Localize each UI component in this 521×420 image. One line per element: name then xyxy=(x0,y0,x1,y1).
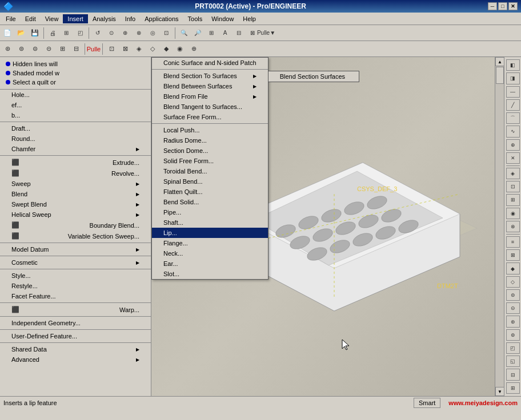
mi-independent[interactable]: Independent Geometry... xyxy=(0,318,151,328)
close-button[interactable]: ✕ xyxy=(508,2,518,10)
rt-btn14[interactable]: ≡ xyxy=(506,236,520,248)
rt-btn21[interactable]: ⊚ xyxy=(506,329,520,341)
tb2-icon14[interactable]: ⊕ xyxy=(187,43,200,55)
mi-ef[interactable]: ef... xyxy=(0,100,151,110)
sm-ear[interactable]: Ear... xyxy=(152,259,268,269)
rt-btn23[interactable]: ◱ xyxy=(506,356,520,367)
sm-flange[interactable]: Flange... xyxy=(152,238,268,248)
tb2-icon2[interactable]: ⊚ xyxy=(15,43,27,55)
rt-btn8[interactable]: ✕ xyxy=(506,152,520,164)
rt-btn7[interactable]: ⊕ xyxy=(506,139,520,151)
sm-blend-section[interactable]: Blend Section To Surfaces Blend Section … xyxy=(152,71,268,81)
mi-advanced[interactable]: Advanced xyxy=(0,354,151,365)
mi-blend[interactable]: Blend xyxy=(0,189,151,199)
mi-b[interactable]: b... xyxy=(0,110,151,120)
mi-round[interactable]: Round... xyxy=(0,134,151,144)
mi-user-defined[interactable]: User-Defined Feature... xyxy=(0,331,151,341)
tb-pulle[interactable]: Pulle▼ xyxy=(260,27,272,39)
sm-spinal[interactable]: Spinal Bend... xyxy=(152,176,268,187)
mi-hole[interactable]: Hole... xyxy=(0,90,151,100)
sm-blend-tangent[interactable]: Blend Tangent to Surfaces... xyxy=(152,102,268,112)
sm-conic[interactable]: Conic Surface and N-sided Patch xyxy=(152,58,268,68)
tb-icon14[interactable]: ⊟ xyxy=(233,27,245,39)
tb-icon3[interactable]: ◰ xyxy=(74,27,86,39)
sm-surface-free[interactable]: Surface Free Form... xyxy=(152,112,268,122)
mi-model-datum[interactable]: Model Datum xyxy=(0,244,151,255)
mi-sweep[interactable]: Sweep xyxy=(0,179,151,189)
scroll-up[interactable]: ▲ xyxy=(495,57,504,66)
rt-btn18[interactable]: ⊜ xyxy=(506,289,520,301)
menu-file[interactable]: File xyxy=(1,14,21,23)
tb-icon8[interactable]: ◎ xyxy=(146,27,159,39)
sm-neck[interactable]: Neck... xyxy=(152,248,268,259)
sm-local-push[interactable]: Local Push... xyxy=(152,125,268,135)
tb-icon6[interactable]: ⊕ xyxy=(119,27,131,39)
sm-lip[interactable]: Lip... xyxy=(152,228,268,238)
mi-draft[interactable]: Draft... xyxy=(0,123,151,134)
tb-icon2[interactable]: ⊞ xyxy=(60,27,73,39)
tb2-icon6[interactable]: ⊟ xyxy=(70,43,82,55)
rt-btn6[interactable]: ∿ xyxy=(506,126,520,137)
tb-icon13[interactable]: A xyxy=(219,27,231,39)
rt-btn5[interactable]: ⌒ xyxy=(506,112,520,124)
scroll-thumb[interactable] xyxy=(496,67,504,84)
tb2-icon1[interactable]: ⊛ xyxy=(1,43,14,55)
sm-blend-between[interactable]: Blend Between Surfaces xyxy=(152,81,268,91)
mi-variable-sweep[interactable]: ⬛ Variable Section Sweep... xyxy=(0,231,151,241)
menu-view[interactable]: View xyxy=(41,14,63,23)
rt-btn3[interactable]: — xyxy=(506,86,520,98)
mi-cosmetic[interactable]: Cosmetic xyxy=(0,257,151,268)
mi-helical-sweep[interactable]: Helical Sweep xyxy=(0,209,151,220)
rt-btn9[interactable]: ◈ xyxy=(506,168,520,179)
sm-solid-free[interactable]: Solid Free Form... xyxy=(152,156,268,166)
rt-btn1[interactable]: ◧ xyxy=(506,59,520,71)
mi-swept-blend[interactable]: Swept Blend xyxy=(0,199,151,209)
mi-chamfer[interactable]: Chamfer xyxy=(0,144,151,154)
mi-warp[interactable]: ⬛ Warp... xyxy=(0,304,151,315)
tb-icon4[interactable]: ↺ xyxy=(91,27,104,39)
mi-revolve[interactable]: ⬛ Revolve... xyxy=(0,168,151,179)
tb2-icon5[interactable]: ⊞ xyxy=(56,43,69,55)
rt-btn4[interactable]: ╱ xyxy=(506,99,520,111)
rt-btn16[interactable]: ◆ xyxy=(506,262,520,274)
rt-btn17[interactable]: ◇ xyxy=(506,276,520,288)
mi-style[interactable]: Style... xyxy=(0,270,151,281)
rt-btn11[interactable]: ⊞ xyxy=(506,194,520,205)
mi-restyle[interactable]: Restyle... xyxy=(0,281,151,291)
sm-radius-dome[interactable]: Radius Dome... xyxy=(152,135,268,146)
menu-info[interactable]: Info xyxy=(121,14,140,23)
save-icon[interactable]: 💾 xyxy=(29,27,41,39)
menu-tools[interactable]: Tools xyxy=(183,14,207,23)
rt-btn22[interactable]: ◰ xyxy=(506,342,520,354)
sm-slot[interactable]: Slot... xyxy=(152,269,268,279)
scrollbar-vertical[interactable]: ▲ ▼ xyxy=(495,57,504,396)
scroll-down[interactable]: ▼ xyxy=(495,387,504,396)
maximize-button[interactable]: □ xyxy=(498,2,507,10)
rt-btn10[interactable]: ⊡ xyxy=(506,181,520,192)
tb-icon7[interactable]: ⊗ xyxy=(133,27,145,39)
mi-boundary-blend[interactable]: ⬛ Boundary Blend... xyxy=(0,220,151,231)
rt-btn19[interactable]: ⊝ xyxy=(506,302,520,314)
tb-icon5[interactable]: ⊙ xyxy=(105,27,118,39)
sm-bend-solid[interactable]: Bend Solid... xyxy=(152,197,268,207)
mi-extrude[interactable]: ⬛ Extrude... xyxy=(0,157,151,168)
sm-toroidal[interactable]: Toroidal Bend... xyxy=(152,166,268,176)
menu-edit[interactable]: Edit xyxy=(21,14,41,23)
smart-button[interactable]: Smart xyxy=(414,398,440,408)
tb2-icon10[interactable]: ◈ xyxy=(133,43,145,55)
menu-insert[interactable]: Insert xyxy=(63,14,88,23)
mi-shared-data[interactable]: Shared Data xyxy=(0,344,151,354)
open-icon[interactable]: 📂 xyxy=(15,27,27,39)
menu-window[interactable]: Window xyxy=(207,14,238,23)
rt-btn2[interactable]: ◨ xyxy=(506,72,520,84)
rt-btn12[interactable]: ◉ xyxy=(506,208,520,219)
rt-btn13[interactable]: ⊗ xyxy=(506,221,520,232)
tb2-icon7[interactable]: Pulle xyxy=(87,43,100,55)
tb-icon9[interactable]: ⊡ xyxy=(160,27,173,39)
new-icon[interactable]: 📄 xyxy=(1,27,14,39)
sm-blend-file[interactable]: Blend From File xyxy=(152,91,268,102)
rt-btn15[interactable]: ⊠ xyxy=(506,249,520,261)
sm-section-dome[interactable]: Section Dome... xyxy=(152,146,268,156)
rt-btn20[interactable]: ⊛ xyxy=(506,316,520,327)
rt-btn24[interactable]: ⊟ xyxy=(506,369,520,380)
